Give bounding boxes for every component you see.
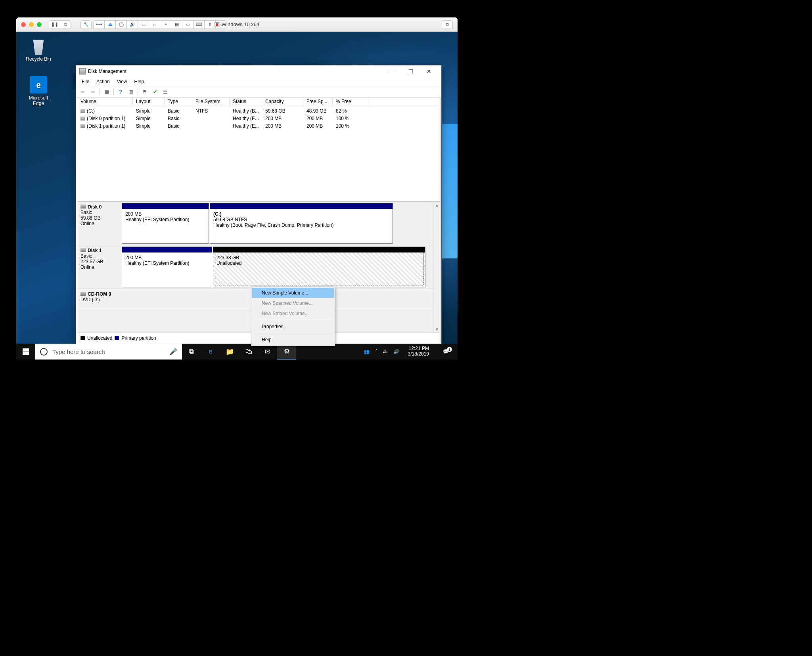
disk-info[interactable]: Disk 0Basic59.88 GBOnline [77, 202, 122, 245]
volume-row[interactable]: (C:)SimpleBasicNTFSHealthy (B...59.68 GB… [77, 107, 440, 115]
vm-tool-mouse-icon[interactable]: ⌖ [160, 20, 171, 29]
vm-tool-wrench-icon[interactable]: 🔧 [80, 20, 92, 29]
volume-row[interactable]: (Disk 0 partition 1)SimpleBasicHealthy (… [77, 115, 440, 122]
col-pct[interactable]: % Free [333, 98, 368, 107]
taskbar-disk-mgmt-button[interactable]: ⚙ [277, 344, 296, 360]
taskbar-explorer-button[interactable]: 📁 [220, 344, 239, 360]
ctx-properties[interactable]: Properties [252, 321, 334, 332]
vm-tool-user-icon[interactable]: ◯ [115, 20, 126, 29]
tray-volume-icon[interactable]: 🔊 [393, 349, 399, 354]
col-layout[interactable]: Layout [133, 98, 165, 107]
taskbar-clock[interactable]: 12:21 PM 3/18/2019 [405, 346, 432, 357]
volume-list-header: Volume Layout Type File System Status Ca… [77, 98, 440, 107]
dm-title-text: Disk Management [88, 69, 126, 74]
col-volume[interactable]: Volume [77, 98, 133, 107]
disk-row: Disk 1Basic223.57 GBOnline200 MBHealthy … [77, 245, 433, 289]
vm-tool-camera-icon[interactable]: ▭ [138, 20, 149, 29]
vm-tool-share-icon[interactable]: ⇪ [204, 20, 215, 29]
dm-close-button[interactable]: ✕ [420, 65, 438, 77]
tray-overflow-icon[interactable]: ˄ [375, 349, 377, 354]
recycle-bin-glyph-icon [30, 37, 47, 55]
ctx-new-simple-volume[interactable]: New Simple Volume... [252, 288, 334, 298]
partition-primary[interactable]: 200 MBHealthy (EFI System Partition) [122, 247, 212, 287]
legend-unalloc-label: Unallocated [87, 335, 112, 341]
system-tray: 👥 ˄ 🖧 🔊 12:21 PM 3/18/2019 💬1 [360, 346, 458, 357]
start-button[interactable] [16, 344, 35, 360]
legend-primary-swatch [115, 336, 119, 340]
mac-window-title: Windows 10 x64 [214, 21, 259, 27]
toolbar-back-button[interactable]: ⬅ [78, 87, 87, 96]
partition-primary[interactable]: 200 MBHealthy (EFI System Partition) [122, 203, 209, 244]
vm-tool-sound-icon[interactable]: 🔊 [126, 20, 138, 29]
search-placeholder: Type here to search [52, 348, 105, 355]
tray-people-icon[interactable]: 👥 [364, 349, 370, 354]
edge-icon[interactable]: e Microsoft Edge [23, 76, 54, 106]
disk-info[interactable]: CD-ROM 0DVD (D:) [77, 289, 122, 310]
vm-tool-disk-icon[interactable]: ⏏ [104, 20, 115, 29]
toolbar-forward-button[interactable]: ➡ [88, 87, 98, 96]
vm-fullscreen-button[interactable]: ⧉ [442, 20, 453, 29]
menu-file[interactable]: File [79, 78, 92, 85]
windows-logo-icon [23, 348, 29, 355]
ctx-new-spanned-volume: New Spanned Volume... [252, 298, 334, 308]
vm-os-icon [214, 22, 219, 27]
tray-network-icon[interactable]: 🖧 [383, 349, 388, 354]
vm-pause-button[interactable]: ❚❚ [49, 20, 60, 29]
toolbar-view-button[interactable]: ▥ [126, 87, 136, 96]
toolbar-help-button[interactable]: ? [116, 87, 125, 96]
dm-minimize-button[interactable]: — [383, 65, 402, 77]
dm-toolbar: ⬅ ➡ ▦ ? ▥ ⚑ ✔ ☰ [76, 86, 441, 97]
disk-info[interactable]: Disk 1Basic223.57 GBOnline [77, 245, 122, 289]
recycle-bin-label: Recycle Bin [23, 56, 54, 62]
dm-menubar: File Action View Help [76, 77, 441, 86]
task-view-button[interactable]: ⧉ [182, 344, 201, 360]
action-center-button[interactable]: 💬1 [438, 349, 454, 354]
vm-tool-headset-icon[interactable]: ∩ [149, 20, 160, 29]
vm-tool-net-icon[interactable]: ▤ [171, 20, 182, 29]
volume-list[interactable]: Volume Layout Type File System Status Ca… [77, 97, 440, 201]
toolbar-check-button[interactable]: ✔ [150, 87, 160, 96]
scroll-down-icon[interactable]: ▼ [434, 326, 440, 333]
col-free[interactable]: Free Sp... [303, 98, 333, 107]
disk-management-window: Disk Management — ☐ ✕ File Action View H… [76, 65, 442, 344]
mac-traffic-lights [21, 22, 42, 27]
toolbar-list-button[interactable]: ☰ [161, 87, 170, 96]
partition-primary[interactable]: (C:)59.68 GB NTFSHealthy (Boot, Page Fil… [210, 203, 393, 244]
menu-action[interactable]: Action [93, 78, 113, 85]
dm-maximize-button[interactable]: ☐ [402, 65, 420, 77]
legend-unalloc-swatch [80, 336, 85, 340]
edge-label: Microsoft Edge [23, 95, 54, 106]
notification-badge: 1 [447, 347, 452, 352]
partition-unallocated[interactable]: 223.38 GBUnallocated [213, 247, 425, 287]
ctx-help[interactable]: Help [252, 335, 334, 345]
vm-tool-keyboard-icon[interactable]: ⌨ [193, 20, 204, 29]
col-type[interactable]: Type [165, 98, 192, 107]
mic-icon[interactable]: 🎤 [169, 348, 177, 356]
windows-desktop[interactable]: Recycle Bin e Microsoft Edge Disk Manage… [16, 32, 458, 360]
col-capacity[interactable]: Capacity [262, 98, 303, 107]
scroll-up-icon[interactable]: ▲ [434, 202, 440, 208]
toolbar-refresh-button[interactable]: ▦ [102, 87, 111, 96]
volume-row[interactable]: (Disk 1 partition 1)SimpleBasicHealthy (… [77, 122, 440, 130]
menu-help[interactable]: Help [131, 78, 147, 85]
taskbar-store-button[interactable]: 🛍 [239, 344, 258, 360]
col-fs[interactable]: File System [192, 98, 230, 107]
menu-view[interactable]: View [114, 78, 130, 85]
mac-close-button[interactable] [21, 22, 26, 27]
mac-maximize-button[interactable] [37, 22, 42, 27]
vm-snapshot-button[interactable]: ⧉ [60, 20, 71, 29]
mac-host-window: ❚❚ ⧉ 🔧 ⟷ ⏏ ◯ 🔊 ▭ ∩ ⌖ ▤ ▭ ⌨ ⇪ ‹ Win [16, 17, 458, 360]
mac-titlebar: ❚❚ ⧉ 🔧 ⟷ ⏏ ◯ 🔊 ▭ ∩ ⌖ ▤ ▭ ⌨ ⇪ ‹ Win [16, 17, 458, 32]
col-status[interactable]: Status [230, 98, 262, 107]
taskbar-mail-button[interactable]: ✉ [258, 344, 277, 360]
disk-scrollbar[interactable]: ▲ ▼ [433, 202, 440, 333]
mac-minimize-button[interactable] [29, 22, 34, 27]
vm-tool-resize-icon[interactable]: ⟷ [93, 20, 104, 29]
taskbar-search[interactable]: Type here to search 🎤 [35, 344, 182, 360]
taskbar-edge-button[interactable]: e [201, 344, 220, 360]
toolbar-settings-button[interactable]: ⚑ [140, 87, 149, 96]
mac-window-title-text: Windows 10 x64 [222, 21, 259, 27]
dm-titlebar[interactable]: Disk Management — ☐ ✕ [76, 65, 441, 77]
vm-tool-display-icon[interactable]: ▭ [182, 20, 193, 29]
recycle-bin-icon[interactable]: Recycle Bin [23, 37, 54, 62]
